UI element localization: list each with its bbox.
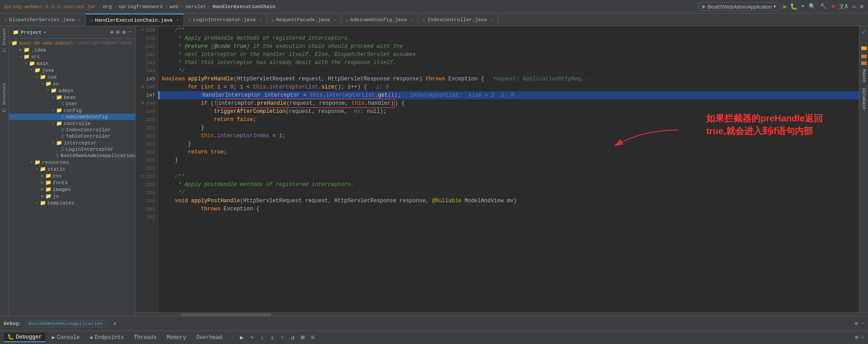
tree-interceptor[interactable]: ▾ 📁 interceptor — [9, 139, 135, 146]
tab-dispatcherservlet[interactable]: ☕ DispatcherServlet.java ✕ — [0, 14, 86, 26]
tree-label: interceptor — [64, 140, 97, 146]
toolbar-minus-icon[interactable]: − — [861, 335, 864, 341]
console-tab[interactable]: ▶ Console — [48, 333, 84, 342]
coverage-button[interactable]: ☂ — [800, 2, 805, 11]
tab-indexcontroller[interactable]: ☕ IndexController.java ✕ — [418, 14, 498, 26]
resume-btn[interactable]: ▶ — [238, 333, 245, 342]
breadcrumb-org[interactable]: org — [103, 4, 112, 9]
close-tab-icon[interactable]: ✕ — [78, 17, 81, 23]
tab-adminwebconfig[interactable]: ☕ AdminWebConfig.java ✕ — [341, 14, 418, 26]
close-tab-icon[interactable]: ✕ — [410, 17, 413, 23]
tree-java[interactable]: ▾ 📁 java — [9, 67, 135, 74]
tree-images[interactable]: ▶ 📁 images — [9, 186, 135, 193]
debug-app-name[interactable]: Boot05WebAdminApplication — [25, 320, 106, 327]
tree-idea[interactable]: ▶ 📁 .idea — [9, 46, 135, 53]
horizontal-scrollbar[interactable] — [136, 312, 868, 316]
run-to-cursor-btn[interactable]: ↺ — [289, 333, 296, 342]
close-tab-icon[interactable]: ✕ — [176, 18, 179, 23]
stop-button[interactable]: ■ — [830, 3, 835, 11]
step-into-btn[interactable]: ↓ — [259, 333, 266, 342]
window-button[interactable]: ▭ — [852, 2, 857, 11]
tree-templates[interactable]: ▾ 📁 templates — [9, 200, 135, 206]
breadcrumb-web[interactable]: web — [170, 4, 179, 9]
evaluate-btn[interactable]: ⊞ — [299, 333, 306, 342]
close-panel-icon[interactable]: − — [128, 29, 132, 36]
tree-static[interactable]: ▾ 📁 static — [9, 166, 135, 172]
error-stripe-3[interactable] — [861, 61, 867, 65]
fold-marker-157[interactable]: ≡ — [140, 172, 145, 181]
settings-button[interactable]: ⚙ — [859, 2, 864, 11]
tree-admin[interactable]: ▾ 📁 admin — [9, 87, 135, 94]
space: request, — [302, 197, 335, 205]
step-over-btn[interactable]: ↷ — [248, 333, 255, 342]
tree-com[interactable]: ▾ 📁 com — [9, 74, 135, 80]
debugger-tab[interactable]: 🐛 Debugger — [4, 333, 46, 342]
kw-true: true — [211, 148, 224, 156]
breadcrumb-jar[interactable]: spring-webmvc-5.3.2-sources.jar — [4, 4, 96, 9]
run-config-dropdown[interactable]: ▾ — [774, 4, 776, 9]
debug-gear-icon[interactable]: ⚙ — [855, 321, 858, 326]
frames-btn[interactable]: ≡ — [309, 333, 316, 342]
tree-indexcontroller[interactable]: C IndexController — [9, 127, 135, 133]
error-stripe-2[interactable] — [861, 55, 867, 58]
debug-button[interactable]: 🐛 — [790, 3, 797, 10]
tree-tablecontroller[interactable]: C TableController — [9, 133, 135, 139]
database-label[interactable]: Database — [860, 86, 867, 112]
run-button[interactable]: ▶ — [783, 3, 787, 10]
project-panel-label[interactable]: 1: Project — [2, 28, 7, 52]
tree-bean[interactable]: ▾ 📁 bean — [9, 94, 135, 101]
breadcrumb-springframework[interactable]: springframework — [118, 4, 163, 9]
tree-src[interactable]: ▾ 📁 src — [9, 53, 135, 60]
close-tab-icon[interactable]: ✕ — [491, 17, 493, 23]
tree-config[interactable]: ▾ 📁 config — [9, 107, 135, 114]
fold-marker-139[interactable]: ≡ — [140, 26, 145, 34]
profile-button[interactable]: 🔍 — [808, 2, 816, 11]
overhead-tab[interactable]: Overhead — [193, 334, 226, 342]
dropdown-arrow[interactable]: ▾ — [43, 30, 46, 35]
tree-arrow: ▾ — [29, 160, 34, 165]
code-ref: @code true — [214, 42, 246, 51]
tree-resources[interactable]: ▾ 📁 resources — [9, 159, 135, 166]
build-button[interactable]: 🔨 — [819, 2, 828, 11]
threads-tab[interactable]: Threads — [130, 334, 160, 342]
error-stripe-1[interactable] — [861, 46, 867, 50]
tree-user[interactable]: C User — [9, 101, 135, 107]
tree-main[interactable]: ▾ 📁 main — [9, 60, 135, 67]
tab-logininterceptor[interactable]: ☕ LoginInterceptor.java ✕ — [184, 14, 267, 26]
line-num-141: 141 — [146, 42, 155, 51]
bottom-toolbar: 🐛 Debugger ▶ Console ◈ Endpoints Threads… — [0, 330, 868, 344]
tree-js[interactable]: ▶ 📁 js — [9, 193, 135, 200]
tab-handlerexecutionchain[interactable]: ☕ HandlerExecutionChain.java ✕ — [86, 14, 184, 26]
debug-minimize-icon[interactable]: − — [861, 321, 864, 326]
structure-panel-label[interactable]: Z: Structure — [2, 83, 7, 112]
sync-icon[interactable]: ⊕ — [110, 29, 113, 36]
memory-tab[interactable]: Memory — [163, 334, 190, 342]
tab-requestfacade[interactable]: ☕ RequestFacade.java ✕ — [267, 14, 341, 26]
gutter-bp-146[interactable]: ● — [140, 83, 145, 91]
endpoints-tab[interactable]: ◈ Endpoints — [86, 333, 127, 342]
settings-icon[interactable]: ⚙ — [123, 29, 126, 36]
close-tab-icon[interactable]: ✕ — [259, 17, 262, 23]
code-content[interactable]: /** * Apply preHandle methods of registe… — [158, 26, 859, 312]
step-out-btn[interactable]: ↑ — [278, 333, 286, 342]
toolbar-gear-icon[interactable]: ⚙ — [855, 334, 859, 341]
tree-css[interactable]: ▶ 📁 css — [9, 172, 135, 179]
tree-boot05[interactable]: C Boot05WebAdminApplication — [9, 153, 135, 159]
scrollbar-thumb[interactable] — [181, 313, 271, 316]
collapse-icon[interactable]: ⊟ — [116, 29, 119, 36]
gutter-bp-148[interactable]: ● — [140, 99, 145, 107]
tree-controlle[interactable]: ▾ 📁 controlle — [9, 120, 135, 127]
kw-boolean: boolean — [162, 75, 188, 83]
force-step-into-btn[interactable]: ⇓ — [269, 333, 276, 342]
translate-button[interactable]: 文A — [838, 2, 849, 11]
tree-xu[interactable]: ▾ 📁 xu — [9, 80, 135, 87]
debug-close-btn[interactable]: ✕ — [110, 320, 120, 327]
tree-fonts[interactable]: ▶ 📁 fonts — [9, 179, 135, 186]
run-config-button[interactable]: ▶ Boot05WebAdminApplication ▾ — [698, 2, 780, 11]
tree-logininterceptor[interactable]: C LoginInterceptor — [9, 146, 135, 153]
tree-adminwebconfig[interactable]: C AdminWebConfig — [9, 114, 135, 120]
breadcrumb-servlet[interactable]: servlet — [185, 4, 206, 9]
tree-root[interactable]: ▾ 📁 boot-05-web-admin D:\Java\springBoot… — [9, 40, 135, 46]
close-tab-icon[interactable]: ✕ — [334, 17, 336, 23]
maven-label[interactable]: Maven — [860, 67, 867, 84]
